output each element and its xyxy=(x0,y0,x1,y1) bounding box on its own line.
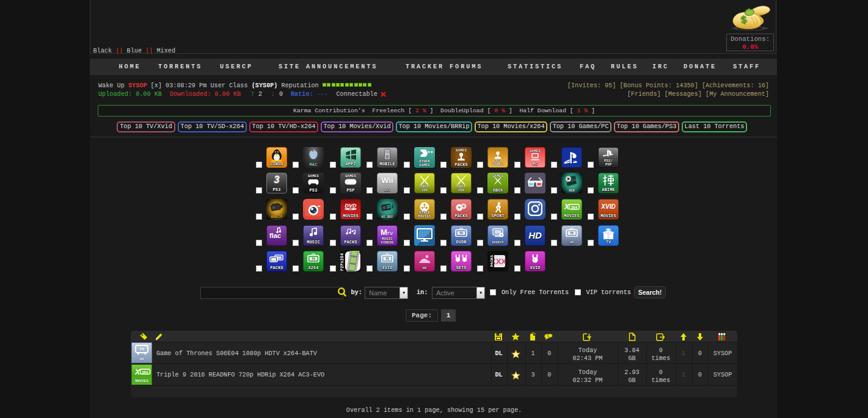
svg-text:TV: TV xyxy=(387,231,393,236)
svg-text:264: 264 xyxy=(571,206,578,209)
svg-text:TV: TV xyxy=(312,258,315,261)
svg-text:TV: TV xyxy=(459,232,463,235)
svg-text:264: 264 xyxy=(142,370,148,374)
svg-text:TV: TV xyxy=(385,258,389,261)
svg-text:TV: TV xyxy=(139,347,144,351)
svg-text:DVD: DVD xyxy=(345,203,357,209)
svg-text:PACKS: PACKS xyxy=(490,255,494,267)
svg-text:TV: TV xyxy=(570,232,574,235)
svg-text:flac: flac xyxy=(269,232,281,239)
svg-text:X: X xyxy=(134,368,140,375)
